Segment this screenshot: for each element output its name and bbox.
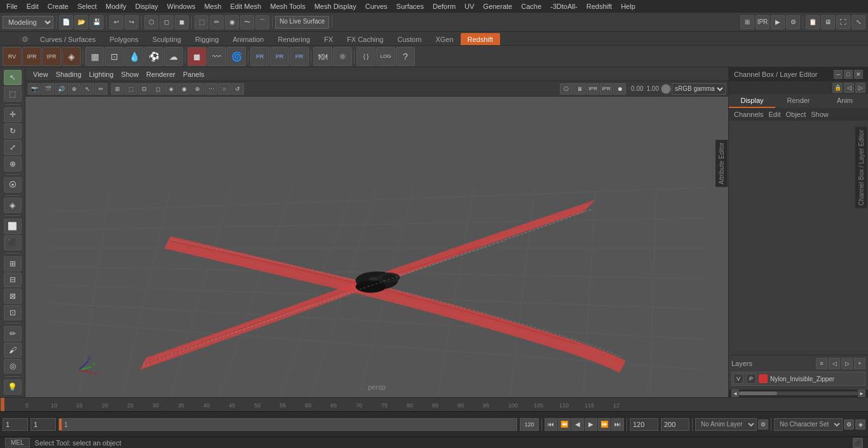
shelf-tab-rendering[interactable]: Rendering xyxy=(271,33,317,45)
menu-mesh-display[interactable]: Mesh Display xyxy=(311,1,360,11)
quick-select-button[interactable]: ◎ xyxy=(4,359,22,374)
new-scene-button[interactable]: 📄 xyxy=(59,15,73,29)
menu-file[interactable]: File xyxy=(3,1,22,11)
attribute-editor-side-tab[interactable]: Attribute Editor xyxy=(715,140,728,187)
channel-box-side-tab[interactable]: Channel Box / Layer Editor xyxy=(855,127,868,208)
render-settings[interactable]: ⚙ xyxy=(786,15,800,29)
shelf-icon-drop[interactable]: 💧 xyxy=(125,47,144,66)
expand-script-btn[interactable]: ⬛ xyxy=(853,438,863,448)
viewport-menu-lighting[interactable]: Lighting xyxy=(86,69,116,79)
ipr-button[interactable]: IPR xyxy=(756,15,770,29)
anim-layer-settings-btn[interactable]: ⚙ xyxy=(758,419,768,430)
rp-submenu-edit[interactable]: Edit xyxy=(768,111,780,118)
menu-windows[interactable]: Windows xyxy=(163,1,200,11)
rp-lock-btn[interactable]: 🔒 xyxy=(832,83,843,93)
menu-mesh[interactable]: Mesh xyxy=(200,1,225,11)
paint-effects-button[interactable]: ✏ xyxy=(4,326,22,341)
shelf-icon-spiral[interactable]: 🌀 xyxy=(227,47,246,66)
scene-settings[interactable]: 📋 xyxy=(806,15,820,29)
step-forward-btn[interactable]: ⏩ xyxy=(598,418,611,431)
shelf-icon-ipr[interactable]: IPR xyxy=(22,47,41,66)
bend-tool[interactable]: ⌒ xyxy=(255,15,269,29)
scroll-left-btn[interactable]: ◄ xyxy=(731,390,739,397)
vp-noise-btn[interactable]: ⋯ xyxy=(205,83,217,95)
layers-add-left-btn[interactable]: ◁ xyxy=(829,358,840,369)
shelf-icon-sphere[interactable]: ⚽ xyxy=(144,47,163,66)
lasso-tool[interactable]: ⬚ xyxy=(194,15,208,29)
shelf-icon-grid2[interactable]: ⊡ xyxy=(105,47,124,66)
menu-modify[interactable]: Modify xyxy=(102,1,130,11)
menu-uv[interactable]: UV xyxy=(461,1,478,11)
shelf-icon-pr1[interactable]: PR xyxy=(250,47,269,66)
scroll-thumb[interactable] xyxy=(739,391,777,395)
menu-edit[interactable]: Edit xyxy=(23,1,43,11)
border-button[interactable]: ⬛ xyxy=(4,235,22,250)
goto-end-btn[interactable]: ⏭ xyxy=(611,418,624,431)
layers-add-btn[interactable]: + xyxy=(854,358,865,369)
viewport-settings[interactable]: 🖥 xyxy=(821,15,835,29)
shelf-icon-wave[interactable]: 〰 xyxy=(207,47,226,66)
menu-curves[interactable]: Curves xyxy=(362,1,391,11)
frame-end-indicator[interactable]: 120 xyxy=(520,418,539,431)
gamma-btn[interactable] xyxy=(661,84,671,94)
shelf-icon-grid[interactable]: ▦ xyxy=(85,47,104,66)
rp-submenu-object[interactable]: Object xyxy=(785,111,806,118)
shelf-tab-curves-surfaces[interactable]: Curves / Surfaces xyxy=(33,33,102,45)
paint-select[interactable]: ✏ xyxy=(210,15,224,29)
soft-mod[interactable]: ◉ xyxy=(225,15,239,29)
show-manip-button[interactable]: ◈ xyxy=(4,198,22,213)
menu-deform[interactable]: Deform xyxy=(429,1,459,11)
menu-select[interactable]: Select xyxy=(74,1,101,11)
select-obj-button[interactable]: ◻ xyxy=(159,15,173,29)
vp-ipr-btn[interactable]: IPR xyxy=(587,83,599,95)
menu-create[interactable]: Create xyxy=(44,1,72,11)
start-frame-field[interactable]: 1 xyxy=(3,418,28,431)
gamma-dropdown[interactable]: sRGB gamma xyxy=(672,83,726,95)
scroll-right-btn[interactable]: ► xyxy=(858,390,865,397)
vp-paint-btn[interactable]: ✏ xyxy=(95,83,107,95)
rp-submenu-show[interactable]: Show xyxy=(811,111,829,118)
frame-max-field[interactable] xyxy=(661,418,689,431)
render-button[interactable]: ▶ xyxy=(771,15,785,29)
vp-manip-btn[interactable]: ⊕ xyxy=(191,83,204,95)
frame-end-field[interactable] xyxy=(630,418,658,431)
char-set-extra-btn[interactable]: ◈ xyxy=(855,419,865,430)
full-screen[interactable]: ⛶ xyxy=(836,15,850,29)
viewport-menu-panels[interactable]: Panels xyxy=(180,69,207,79)
redshift-light-button[interactable]: 💡 xyxy=(4,379,22,395)
rp-maximize-btn[interactable]: □ xyxy=(844,70,853,79)
vp-camera-btn[interactable]: 📷 xyxy=(28,83,41,95)
shelf-tab-custom[interactable]: Custom xyxy=(391,33,429,45)
play-btn[interactable]: ▶ xyxy=(585,418,597,431)
vp-isolate-btn[interactable]: ⎔ xyxy=(560,83,573,95)
menu-mesh-tools[interactable]: Mesh Tools xyxy=(266,1,309,11)
shelf-icon-pr2[interactable]: PR xyxy=(270,47,289,66)
vp-ipr2-btn[interactable]: IPR xyxy=(600,83,613,95)
vp-border-btn[interactable]: ⬚ xyxy=(125,83,137,95)
vp-circle-btn[interactable]: ○ xyxy=(218,83,231,95)
timeline-area[interactable]: 1 5 10 15 20 25 30 35 40 45 50 55 60 65 … xyxy=(0,397,868,411)
select-comp-button[interactable]: ◼ xyxy=(175,15,189,29)
menu-edit-mesh[interactable]: Edit Mesh xyxy=(226,1,265,11)
menu-display[interactable]: Display xyxy=(132,1,162,11)
shelf-icon-cube[interactable]: ◼ xyxy=(187,47,207,66)
save-scene-button[interactable]: 💾 xyxy=(90,15,104,29)
vp-smooth-btn[interactable]: ◻ xyxy=(151,83,164,95)
no-live-surface-button[interactable]: No Live Surface xyxy=(275,16,329,29)
current-frame-field[interactable]: 1 xyxy=(31,418,56,431)
rp-submenu-channels[interactable]: Channels xyxy=(734,111,763,118)
viewport-menu-view[interactable]: View xyxy=(31,69,51,79)
shelf-icon-code[interactable]: { } xyxy=(356,47,376,66)
viewport-menu-show[interactable]: Show xyxy=(119,69,142,79)
layers-options-btn[interactable]: ≡ xyxy=(816,358,827,369)
select-by-hierarchy[interactable]: ⬡ xyxy=(144,15,158,29)
rp-tab-render[interactable]: Render xyxy=(775,94,822,108)
menu-surfaces[interactable]: Surfaces xyxy=(393,1,428,11)
shelf-icon-log[interactable]: LOG xyxy=(376,47,395,66)
shelf-tab-fx-caching[interactable]: FX Caching xyxy=(340,33,390,45)
rp-minimize-btn[interactable]: ─ xyxy=(834,70,843,79)
redo-button[interactable]: ↪ xyxy=(125,15,139,29)
lasso-tool-button[interactable]: ⬚ xyxy=(4,86,22,102)
shelf-tab-sculpting[interactable]: Sculpting xyxy=(146,33,188,45)
rp-tab-anim[interactable]: Anim xyxy=(822,94,868,108)
